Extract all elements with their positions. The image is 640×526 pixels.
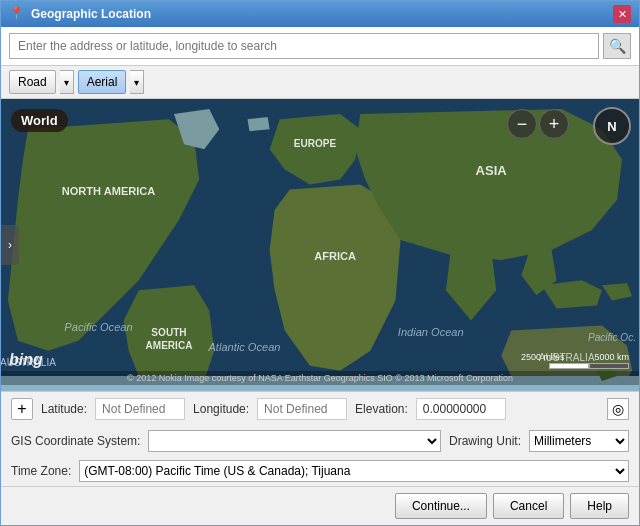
latitude-label: Latitude:	[41, 402, 87, 416]
search-bar: 🔍	[1, 27, 639, 66]
window-icon: 📍	[9, 6, 25, 22]
help-button[interactable]: Help	[570, 493, 629, 519]
close-button[interactable]: ✕	[613, 5, 631, 23]
svg-text:AFRICA: AFRICA	[314, 250, 356, 262]
zoom-controls: − +	[507, 109, 569, 139]
add-point-button[interactable]: +	[11, 398, 33, 420]
svg-text:NORTH AMERICA: NORTH AMERICA	[62, 185, 156, 197]
svg-text:Pacific Ocean: Pacific Ocean	[64, 321, 132, 333]
svg-text:Indian Ocean: Indian Ocean	[398, 326, 464, 338]
scale-seg1	[549, 363, 589, 369]
map-container[interactable]: Pacific Ocean Atlantic Ocean Indian Ocea…	[1, 99, 639, 391]
road-button[interactable]: Road	[9, 70, 56, 94]
svg-text:ASIA: ASIA	[476, 163, 508, 178]
world-label: World	[11, 109, 68, 132]
latitude-input[interactable]	[95, 398, 185, 420]
title-bar: 📍 Geographic Location ✕	[1, 1, 639, 27]
arrow-icon: ›	[8, 238, 12, 252]
svg-text:Pacific Oc.: Pacific Oc.	[588, 332, 636, 343]
map-svg: Pacific Ocean Atlantic Ocean Indian Ocea…	[1, 99, 639, 391]
locate-button[interactable]: ◎	[607, 398, 629, 420]
cancel-button[interactable]: Cancel	[493, 493, 564, 519]
svg-text:Atlantic Ocean: Atlantic Ocean	[208, 341, 281, 353]
drawing-unit-select[interactable]: Millimeters	[529, 430, 629, 452]
locate-icon: ◎	[612, 401, 624, 417]
continue-button[interactable]: Continue...	[395, 493, 487, 519]
geographic-location-window: 📍 Geographic Location ✕ 🔍 Road ▾ Aerial …	[0, 0, 640, 526]
scale-seg2	[589, 363, 629, 369]
search-icon: 🔍	[609, 38, 626, 54]
elevation-label: Elevation:	[355, 402, 408, 416]
drawing-unit-label: Drawing Unit:	[449, 434, 521, 448]
longitude-label: Longitude:	[193, 402, 249, 416]
title-bar-left: 📍 Geographic Location	[9, 6, 151, 22]
map-toolbar: Road ▾ Aerial ▾	[1, 66, 639, 99]
north-indicator: N	[593, 107, 631, 145]
aerial-button[interactable]: Aerial	[78, 70, 127, 94]
timezone-select[interactable]: (GMT-08:00) Pacific Time (US & Canada); …	[79, 460, 629, 482]
bing-logo: bing	[9, 351, 43, 369]
window-title: Geographic Location	[31, 7, 151, 21]
elevation-input[interactable]	[416, 398, 506, 420]
north-label: N	[607, 119, 616, 134]
timezone-bar: Time Zone: (GMT-08:00) Pacific Time (US …	[1, 456, 639, 486]
scale-label-miles: 2500 miles	[521, 352, 565, 362]
longitude-input[interactable]	[257, 398, 347, 420]
road-dropdown[interactable]: ▾	[60, 70, 74, 94]
button-bar: Continue... Cancel Help	[1, 486, 639, 525]
gis-coordinate-system-select[interactable]	[148, 430, 441, 452]
scale-line	[549, 363, 629, 369]
sidebar-arrow[interactable]: ›	[1, 225, 19, 265]
scale-labels: 2500 miles 5000 km	[521, 352, 629, 362]
timezone-label: Time Zone:	[11, 464, 71, 478]
gis-bar: GIS Coordinate System: Drawing Unit: Mil…	[1, 426, 639, 456]
scale-label-km: 5000 km	[594, 352, 629, 362]
svg-text:SOUTH: SOUTH	[151, 327, 186, 338]
aerial-dropdown[interactable]: ▾	[130, 70, 144, 94]
svg-text:EUROPE: EUROPE	[294, 138, 337, 149]
scale-bar: 2500 miles 5000 km	[521, 352, 629, 369]
search-input[interactable]	[9, 33, 599, 59]
zoom-out-button[interactable]: −	[507, 109, 537, 139]
search-button[interactable]: 🔍	[603, 33, 631, 59]
map-attribution: © 2012 Nokia Image courtesy of NASA Eart…	[1, 371, 639, 385]
coords-bar: + Latitude: Longitude: Elevation: ◎	[1, 391, 639, 426]
zoom-in-button[interactable]: +	[539, 109, 569, 139]
svg-text:AMERICA: AMERICA	[146, 340, 193, 351]
gis-label: GIS Coordinate System:	[11, 434, 140, 448]
